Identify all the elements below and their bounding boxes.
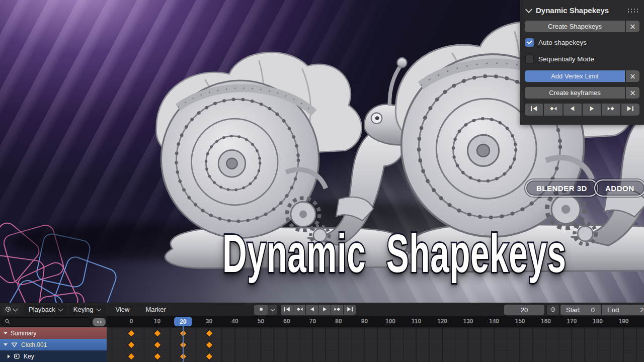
ruler-tick-120: 120	[437, 318, 447, 325]
caret-right-icon[interactable]	[8, 354, 10, 358]
ruler-tick-50: 50	[258, 318, 264, 325]
auto-shapekeys-checkbox[interactable]	[525, 38, 534, 47]
keyframe-diamond-frame-30[interactable]	[205, 352, 213, 360]
ruler-tick-170: 170	[567, 318, 577, 325]
channel-cloth-001[interactable]: Cloth.001	[0, 339, 107, 350]
add-vertex-limit-button[interactable]: Add Vertex Limit	[525, 70, 625, 82]
dynamic-shapekeys-panel: Dynamic Shapekeys Create Shapekeys × Aut…	[520, 0, 644, 125]
jump-first-button[interactable]	[525, 104, 543, 116]
play-button[interactable]	[583, 104, 601, 116]
ruler-tick-0: 0	[130, 318, 133, 325]
record-icon	[258, 305, 265, 314]
current-frame-indicator[interactable]: 20	[174, 317, 192, 326]
ruler-tick-80: 80	[335, 318, 342, 325]
editor-type-dropdown[interactable]	[3, 305, 20, 315]
keyframe-area[interactable]: 0103040506070809010011012013014015016017…	[107, 316, 644, 362]
row-separator	[107, 327, 644, 328]
hero-title: DynamicShapekeys	[222, 225, 640, 291]
keyframe-next-button[interactable]	[331, 305, 343, 315]
ruler-tick-60: 60	[283, 318, 290, 325]
menu-keying[interactable]: Keying	[69, 305, 105, 315]
add-vertex-limit-close-button[interactable]: ×	[626, 70, 639, 82]
menu-marker[interactable]: Marker	[141, 305, 170, 315]
ruler-tick-160: 160	[541, 318, 551, 325]
ruler-tick-40: 40	[231, 318, 238, 325]
channel-label: Key	[24, 353, 34, 360]
channel-search-box[interactable]	[2, 317, 92, 327]
hero-word-shapekeys: Shapekeys	[386, 223, 567, 284]
channel-search-input[interactable]	[11, 318, 73, 325]
panel-drag-handle-icon[interactable]	[626, 8, 639, 13]
ruler-tick-190: 190	[618, 318, 628, 325]
auto-keying-group	[254, 305, 277, 315]
keyframe-prev-button[interactable]	[293, 305, 305, 315]
start-frame-field[interactable]: Start 0	[560, 305, 601, 315]
ruler-tick-100: 100	[385, 318, 395, 325]
panel-playback-controls	[525, 104, 639, 116]
chevron-down-icon	[58, 307, 63, 312]
badge-addon: ADDON	[594, 179, 644, 197]
sequentially-mode-checkbox[interactable]	[525, 55, 534, 63]
keyframe-prev-icon	[296, 305, 303, 314]
mesh-triangle-icon	[11, 341, 18, 348]
channel-summary[interactable]: Summary	[0, 327, 107, 339]
jump-first-icon	[283, 305, 291, 314]
end-frame-field[interactable]: End 250	[602, 305, 644, 315]
menu-view[interactable]: View	[111, 305, 134, 315]
keyframe-prev-icon	[549, 105, 557, 114]
jump-first-icon	[530, 105, 538, 114]
ruler-tick-90: 90	[361, 318, 368, 325]
panel-collapse-chevron-icon[interactable]	[525, 6, 532, 13]
auto-keying-record-button[interactable]	[254, 305, 268, 315]
ruler-tick-130: 130	[463, 318, 473, 325]
keyframe-diamond-frame-0[interactable]	[127, 352, 135, 360]
keyframe-diamond-frame-10[interactable]	[153, 352, 162, 360]
hero-word-dynamic: Dynamic	[222, 223, 366, 284]
sequentially-mode-row: Sequentially Mode	[525, 54, 639, 64]
play-icon	[321, 305, 329, 314]
jump-last-button[interactable]	[621, 104, 639, 116]
jump-first-button[interactable]	[281, 305, 293, 315]
keyframe-next-icon	[607, 105, 615, 114]
caret-down-icon[interactable]	[4, 332, 8, 334]
channel-keyframe-grid[interactable]	[107, 327, 644, 362]
use-preview-range-button[interactable]	[547, 305, 559, 315]
ruler-tick-30: 30	[206, 318, 212, 325]
auto-shapekeys-row: Auto shapekeys	[525, 37, 639, 47]
play-reverse-icon	[308, 305, 316, 314]
timeline-toolbar: PlaybackKeyingViewMarker 20 Start 0 End …	[0, 303, 644, 316]
keyframe-prev-button[interactable]	[544, 104, 562, 116]
keyframe-diamond-frame-30[interactable]	[205, 341, 213, 349]
sequentially-mode-label: Sequentially Mode	[538, 55, 594, 63]
create-shapekeys-button[interactable]: Create Shapekeys	[525, 21, 625, 32]
filter-expand-button[interactable]: ↔	[93, 318, 106, 326]
play-reverse-button[interactable]	[564, 104, 582, 116]
jump-last-icon	[626, 105, 634, 114]
play-reverse-button[interactable]	[306, 305, 318, 315]
caret-down-icon[interactable]	[4, 343, 8, 346]
keyframe-diamond-frame-0[interactable]	[127, 329, 135, 337]
create-shapekeys-close-button[interactable]: ×	[626, 21, 639, 32]
current-frame-field[interactable]: 20	[504, 305, 544, 315]
timeline-editor: PlaybackKeyingViewMarker 20 Start 0 End …	[0, 303, 644, 362]
keyframe-next-icon	[334, 305, 341, 314]
stopwatch-icon	[549, 305, 556, 314]
keying-set-dropdown[interactable]	[268, 305, 277, 315]
row-separator	[107, 350, 644, 351]
create-keyframes-button[interactable]: Create keyframes	[525, 87, 625, 99]
badge-blender3d: BLENDER 3D	[525, 179, 598, 197]
menu-playback[interactable]: Playback	[24, 305, 67, 315]
chevron-down-icon	[13, 307, 18, 312]
play-button[interactable]	[318, 305, 331, 315]
keyframe-diamond-frame-30[interactable]	[205, 329, 213, 337]
create-keyframes-close-button[interactable]: ×	[626, 87, 639, 99]
jump-last-button[interactable]	[344, 305, 356, 315]
channel-key[interactable]: Key	[0, 350, 107, 362]
ruler-tick-140: 140	[489, 318, 499, 325]
keyframe-next-button[interactable]	[602, 104, 620, 116]
keyframe-diamond-frame-10[interactable]	[153, 329, 162, 337]
create-shapekeys-row: Create Shapekeys ×	[525, 21, 639, 32]
keyframe-diamond-frame-10[interactable]	[153, 341, 162, 349]
keyframe-diamond-frame-0[interactable]	[127, 341, 135, 349]
clock-icon	[5, 305, 12, 314]
